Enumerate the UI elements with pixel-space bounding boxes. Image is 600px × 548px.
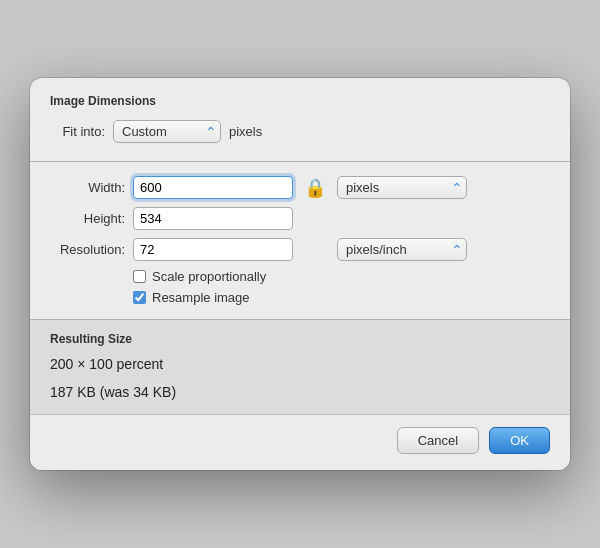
scale-proportionally-checkbox[interactable] [133, 270, 146, 283]
dimension-unit-select[interactable]: pixels percent inches cm mm [337, 176, 467, 199]
resolution-input[interactable] [133, 238, 293, 261]
fit-into-label: Fit into: [50, 124, 105, 139]
resolution-unit-select[interactable]: pixels/inch pixels/cm [337, 238, 467, 261]
image-dimensions-dialog: Image Dimensions Fit into: Custom Origin… [30, 78, 570, 470]
resulting-size-title: Resulting Size [50, 332, 550, 346]
scale-proportionally-label: Scale proportionally [152, 269, 266, 284]
resulting-dimensions-text: 200 × 100 percent [50, 356, 550, 372]
width-row: Width: 🔒 pixels percent inches cm mm ⌃ [50, 176, 550, 199]
resample-image-checkbox[interactable] [133, 291, 146, 304]
resulting-file-size-text: 187 KB (was 34 KB) [50, 384, 550, 400]
checkboxes-group: Scale proportionally Resample image [133, 269, 550, 305]
resample-image-row: Resample image [133, 290, 550, 305]
fields-section: Width: 🔒 pixels percent inches cm mm ⌃ H… [30, 162, 570, 319]
width-input[interactable] [133, 176, 293, 199]
lock-wrapper: 🔒 [301, 177, 329, 199]
height-label: Height: [50, 211, 125, 226]
fit-into-select-wrapper: Custom Original Size Screen 640×480 800×… [113, 120, 221, 143]
buttons-row: Cancel OK [30, 414, 570, 470]
fit-into-select[interactable]: Custom Original Size Screen 640×480 800×… [113, 120, 221, 143]
ok-button[interactable]: OK [489, 427, 550, 454]
cancel-button[interactable]: Cancel [397, 427, 479, 454]
resample-image-label: Resample image [152, 290, 250, 305]
height-input[interactable] [133, 207, 293, 230]
lock-icon: 🔒 [304, 177, 326, 199]
height-row: Height: [50, 207, 550, 230]
resolution-label: Resolution: [50, 242, 125, 257]
resolution-unit-wrapper: pixels/inch pixels/cm ⌃ [337, 238, 467, 261]
dimension-unit-wrapper: pixels percent inches cm mm ⌃ [337, 176, 467, 199]
fit-into-row: Fit into: Custom Original Size Screen 64… [50, 120, 550, 143]
image-dimensions-section: Image Dimensions Fit into: Custom Origin… [30, 78, 570, 161]
resolution-row: Resolution: pixels/inch pixels/cm ⌃ [50, 238, 550, 261]
fit-into-pixels-label: pixels [229, 124, 262, 139]
section-title: Image Dimensions [50, 94, 550, 108]
resulting-size-section: Resulting Size 200 × 100 percent 187 KB … [30, 319, 570, 414]
scale-proportionally-row: Scale proportionally [133, 269, 550, 284]
width-label: Width: [50, 180, 125, 195]
